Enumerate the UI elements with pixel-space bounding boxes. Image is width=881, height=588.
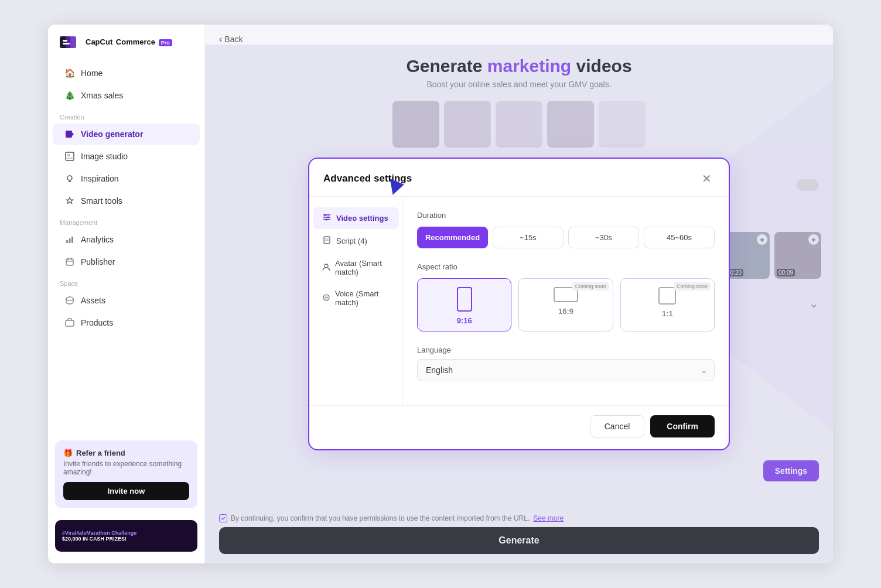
duration-label: Duration xyxy=(417,211,715,220)
modal-body: Video settings Script (4) xyxy=(309,197,729,405)
sidebar-label-assets: Assets xyxy=(81,296,105,305)
management-section-label: Management xyxy=(48,212,204,228)
back-label: Back xyxy=(224,35,243,44)
sidebar-item-image-studio[interactable]: Image studio xyxy=(53,146,200,167)
logo-text-commerce: Commerce xyxy=(116,37,155,46)
svg-rect-6 xyxy=(66,152,74,160)
language-select-wrapper: English Spanish French Chinese ⌄ xyxy=(417,359,715,381)
sidebar-item-inspiration[interactable]: Inspiration xyxy=(53,168,200,189)
sidebar-label-xmas: Xmas sales xyxy=(81,91,123,100)
modal-cancel-button[interactable]: Cancel xyxy=(590,415,645,437)
sidebar: CapCut Commerce Pro 🏠 Home 🎄 Xmas sales … xyxy=(48,25,205,563)
back-button[interactable]: ‹ Back xyxy=(219,34,243,45)
modal-sidebar-label-video-settings: Video settings xyxy=(336,214,388,223)
aspect-card-169[interactable]: Coming soon 16:9 xyxy=(518,278,613,331)
sidebar-item-products[interactable]: Products xyxy=(53,312,200,333)
refer-desc: Invite friends to experience something a… xyxy=(63,460,189,476)
svg-point-25 xyxy=(325,214,326,216)
modal-sidebar-label-script: Script (4) xyxy=(336,237,367,245)
modal-sidebar-avatar[interactable]: Avatar (Smart match) xyxy=(313,253,399,282)
assets-icon xyxy=(64,295,75,306)
smart-tools-icon xyxy=(64,196,75,206)
sidebar-item-home[interactable]: 🏠 Home xyxy=(53,63,200,84)
language-label: Language xyxy=(417,346,715,354)
refer-title: 🎁 Refer a friend xyxy=(63,449,189,457)
sidebar-label-home: Home xyxy=(81,69,103,78)
modal-sidebar-video-settings[interactable]: Video settings xyxy=(313,207,399,229)
aspect-card-11[interactable]: Coming soon 1:1 xyxy=(620,278,715,331)
back-chevron-icon: ‹ xyxy=(219,34,222,45)
aspect-card-916[interactable]: 9:16 xyxy=(417,278,511,331)
svg-rect-4 xyxy=(66,131,72,138)
modal-confirm-button[interactable]: Confirm xyxy=(650,415,715,437)
svg-point-31 xyxy=(325,264,328,268)
logo-pro-badge: Pro xyxy=(159,39,172,46)
sidebar-item-smart-tools[interactable]: Smart tools xyxy=(53,190,200,211)
aspect-916-label: 9:16 xyxy=(457,316,472,325)
language-select[interactable]: English Spanish French Chinese xyxy=(417,359,715,381)
aspect-11-label: 1:1 xyxy=(662,309,673,318)
sidebar-item-video-generator[interactable]: Video generator xyxy=(53,124,200,145)
svg-rect-20 xyxy=(66,320,74,326)
modal-sidebar-script[interactable]: Script (4) xyxy=(313,230,399,252)
modal-overlay: Advanced settings ✕ Video settings xyxy=(205,45,833,563)
aspect-11-coming-soon: Coming soon xyxy=(674,282,711,290)
sidebar-label-publisher: Publisher xyxy=(81,257,115,266)
svg-rect-3 xyxy=(63,43,70,45)
svg-point-26 xyxy=(327,217,329,218)
aspect-169-label: 16:9 xyxy=(558,307,573,316)
aspect-ratio-options: 9:16 Coming soon 16:9 xyxy=(417,278,715,331)
svg-rect-1 xyxy=(66,36,76,48)
sidebar-item-xmas[interactable]: 🎄 Xmas sales xyxy=(53,85,200,106)
invite-now-button[interactable]: Invite now xyxy=(63,482,189,500)
aspect-169-coming-soon: Coming soon xyxy=(572,282,609,290)
aspect-916-shape xyxy=(457,287,472,312)
svg-point-27 xyxy=(326,219,327,221)
duration-45-60s-button[interactable]: 45~60s xyxy=(644,227,715,248)
banner-card: #ViralAdsMarathon Challenge $20,000 IN C… xyxy=(55,520,197,552)
duration-recommended-button[interactable]: Recommended xyxy=(417,227,488,248)
sidebar-label-inspiration: Inspiration xyxy=(81,174,119,183)
modal-sidebar-voice[interactable]: Voice (Smart match) xyxy=(313,283,399,313)
svg-point-9 xyxy=(67,176,72,180)
duration-options: Recommended ~15s ~30s 45~60s xyxy=(417,227,715,248)
svg-rect-28 xyxy=(324,237,330,244)
publisher-icon xyxy=(64,257,75,267)
products-icon xyxy=(64,317,75,328)
logo-text-capcut: CapCut xyxy=(86,37,112,46)
modal-footer: Cancel Confirm xyxy=(309,405,729,449)
app-container: CapCut Commerce Pro 🏠 Home 🎄 Xmas sales … xyxy=(48,25,833,563)
modal-sidebar-label-voice: Voice (Smart match) xyxy=(335,289,390,307)
script-icon xyxy=(322,236,332,246)
sidebar-label-smart-tools: Smart tools xyxy=(81,196,122,206)
svg-marker-5 xyxy=(72,132,74,136)
video-settings-icon xyxy=(322,213,332,223)
svg-rect-13 xyxy=(69,238,71,243)
main-content: ‹ Back Generate marketing videos Boost y… xyxy=(205,25,833,563)
aspect-ratio-label: Aspect ratio xyxy=(417,262,715,271)
voice-icon xyxy=(322,293,330,303)
space-section-label: Space xyxy=(48,273,204,289)
main-header: ‹ Back xyxy=(205,25,833,45)
xmas-icon: 🎄 xyxy=(64,90,75,101)
modal-close-button[interactable]: ✕ xyxy=(698,170,715,187)
gift-icon: 🎁 xyxy=(63,449,73,457)
video-generator-icon xyxy=(64,129,75,139)
sidebar-label-image-studio: Image studio xyxy=(81,152,128,161)
analytics-icon xyxy=(64,234,75,245)
sidebar-item-analytics[interactable]: Analytics xyxy=(53,229,200,250)
sidebar-label-video-generator: Video generator xyxy=(81,129,143,139)
banner-hashtag: #ViralAdsMarathon Challenge xyxy=(62,530,136,536)
logo: CapCut Commerce Pro xyxy=(48,34,204,62)
sidebar-item-publisher[interactable]: Publisher xyxy=(53,251,200,272)
duration-30s-button[interactable]: ~30s xyxy=(568,227,639,248)
sidebar-item-assets[interactable]: Assets xyxy=(53,290,200,311)
advanced-settings-modal: Advanced settings ✕ Video settings xyxy=(308,158,730,450)
avatar-icon xyxy=(322,263,330,273)
modal-sidebar: Video settings Script (4) xyxy=(309,197,403,405)
sidebar-label-analytics: Analytics xyxy=(81,235,114,244)
image-studio-icon xyxy=(64,151,75,162)
duration-15s-button[interactable]: ~15s xyxy=(493,227,564,248)
svg-rect-12 xyxy=(66,240,68,243)
svg-rect-14 xyxy=(71,237,73,243)
